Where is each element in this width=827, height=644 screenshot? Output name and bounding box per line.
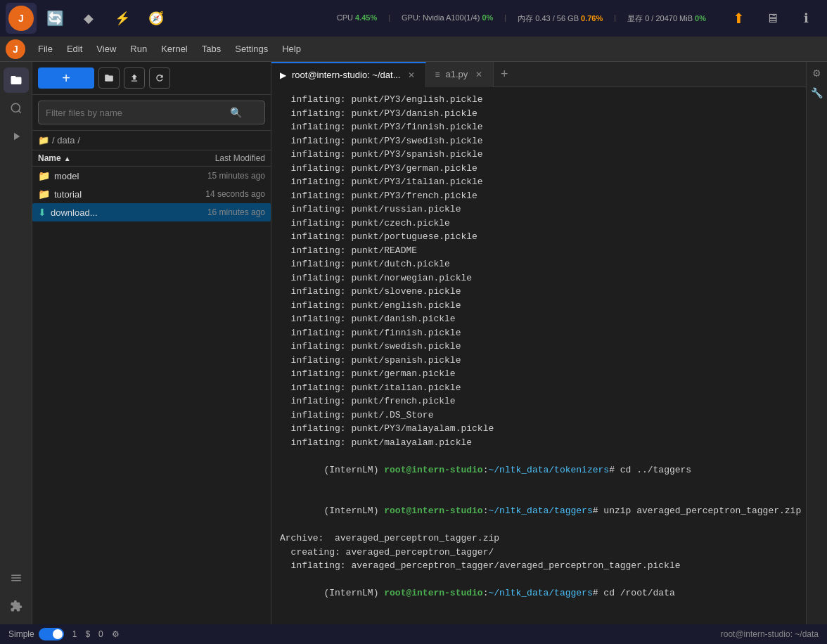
display-icon[interactable]: 🖥	[757, 3, 788, 34]
menu-tabs[interactable]: Tabs	[195, 41, 228, 57]
menu-bar: J File Edit View Run Kernel Tabs Setting…	[0, 37, 827, 62]
file-item-model[interactable]: 📁 model 15 minutes ago	[32, 167, 271, 185]
activity-bar	[0, 62, 32, 624]
activity-run[interactable]	[4, 124, 29, 149]
new-folder-button[interactable]	[98, 67, 120, 89]
file-modified-model: 15 minutes ago	[207, 171, 265, 181]
terminal-line: inflating: punkt/danish.pickle	[280, 312, 797, 326]
terminal-line: inflating: punkt/french.pickle	[280, 394, 797, 408]
menu-view[interactable]: View	[89, 41, 123, 57]
new-file-button[interactable]: +	[38, 67, 94, 89]
status-bar: Simple 1 $ 0 ⚙ root@intern-studio: ~/dat…	[0, 624, 827, 644]
refresh-button[interactable]	[149, 67, 170, 89]
col-name-header[interactable]: Name ▲	[38, 153, 215, 163]
mem-metric: 内存 0.43 / 56 GB 0.76%	[518, 13, 603, 24]
settings-gear-icon[interactable]: ⚙	[809, 65, 826, 82]
app-logo: J	[8, 6, 34, 31]
terminal-line: inflating: punkt/PY3/english.pickle	[280, 93, 797, 107]
file-name-download: download...	[51, 207, 207, 218]
tab-py-label: a1.py	[446, 69, 468, 79]
status-right: root@intern-studio: ~/data	[721, 629, 819, 639]
status-toggle-thumb	[53, 629, 63, 639]
tab-terminal[interactable]: ▶ root@intern-studio: ~/dat... ✕	[271, 62, 426, 87]
status-simple: Simple	[8, 628, 64, 640]
tf-icon[interactable]: ⬆	[723, 3, 754, 34]
menu-run[interactable]: Run	[123, 41, 154, 57]
menu-file[interactable]: File	[31, 41, 60, 57]
compass-icon[interactable]: 🧭	[141, 3, 172, 34]
terminal-line: inflating: punkt/norwegian.pickle	[280, 271, 797, 285]
terminal-area[interactable]: inflating: punkt/PY3/english.pickle infl…	[271, 87, 806, 624]
terminal-line: inflating: punkt/german.pickle	[280, 367, 797, 381]
menu-help[interactable]: Help	[275, 41, 308, 57]
file-list-header: Name ▲ Last Modified	[32, 150, 271, 167]
terminal-line: inflating: punkt/.DS_Store	[280, 408, 797, 423]
folder-icon: 📁	[38, 170, 50, 181]
terminal-line: Archive: averaged_perceptron_tagger.zip	[280, 532, 797, 546]
kernel-icon[interactable]: ◆	[73, 3, 104, 34]
terminal-line: inflating: punkt/README	[280, 244, 797, 258]
search-container: 🔍	[32, 95, 271, 131]
info-icon[interactable]: ℹ	[790, 3, 821, 34]
terminal-line: creating: averaged_perceptron_tagger/	[280, 546, 797, 560]
vram-metric: 显存 0 / 20470 MiB 0%	[627, 13, 706, 24]
tab-terminal-close[interactable]: ✕	[406, 70, 417, 81]
logo-icon[interactable]: J	[6, 3, 37, 34]
activity-folder[interactable]	[4, 67, 29, 93]
status-toggle[interactable]	[39, 628, 64, 640]
file-list: 📁 model 15 minutes ago 📁 tutorial 14 sec…	[32, 167, 271, 624]
svg-point-0	[11, 103, 20, 112]
terminal-line: inflating: punkt/english.pickle	[280, 299, 797, 313]
terminal-line: inflating: punkt/czech.pickle	[280, 217, 797, 231]
upload-button[interactable]	[124, 67, 145, 89]
tab-py-close[interactable]: ✕	[473, 69, 485, 80]
gpu-metric: GPU: Nvidia A100(1/4) 0%	[402, 13, 493, 24]
vscode-icon[interactable]: ⚡	[107, 3, 138, 34]
tabs-bar: ▶ root@intern-studio: ~/dat... ✕ ≡ a1.py…	[271, 62, 806, 87]
terminal-line: inflating: punkt/malayalam.pickle	[280, 436, 797, 450]
breadcrumb-folder-icon: 📁	[38, 135, 49, 146]
terminal-line: inflating: punkt/dutch.pickle	[280, 257, 797, 271]
col-modified-header[interactable]: Last Modified	[215, 153, 265, 163]
menu-edit[interactable]: Edit	[60, 41, 89, 57]
top-bar: J 🔄 ◆ ⚡ 🧭 CPU 4.45% | GPU: Nvidia A100(1…	[0, 0, 827, 37]
file-name-tutorial: tutorial	[54, 189, 205, 200]
download-icon: ⬇	[38, 207, 46, 218]
file-item-tutorial[interactable]: 📁 tutorial 14 seconds ago	[32, 185, 271, 203]
main-content: + 🔍 📁 / data / Name ▲	[0, 62, 827, 624]
terminal-line: inflating: punkt/PY3/danish.pickle	[280, 107, 797, 121]
terminal-line: inflating: averaged_perceptron_tagger/av…	[280, 559, 797, 573]
menu-kernel[interactable]: Kernel	[154, 41, 195, 57]
folder-icon-2: 📁	[38, 188, 50, 200]
terminal-line: inflating: punkt/finnish.pickle	[280, 326, 797, 340]
tab-py[interactable]: ≡ a1.py ✕	[426, 62, 494, 87]
breadcrumb-text: / data /	[52, 135, 80, 146]
terminal-line: inflating: punkt/russian.pickle	[280, 202, 797, 217]
terminal-line: inflating: punkt/PY3/german.pickle	[280, 162, 797, 176]
file-name-model: model	[54, 171, 207, 181]
search-input[interactable]	[46, 108, 230, 118]
right-panel: ▶ root@intern-studio: ~/dat... ✕ ≡ a1.py…	[271, 62, 806, 624]
terminal-line: inflating: punkt/PY3/french.pickle	[280, 189, 797, 203]
file-panel: + 🔍 📁 / data / Name ▲	[32, 62, 271, 624]
activity-list[interactable]	[4, 565, 29, 591]
tab-terminal-label: root@intern-studio: ~/dat...	[292, 70, 400, 80]
search-box[interactable]: 🔍	[38, 101, 265, 124]
cpu-value: 4.45%	[355, 13, 377, 22]
reload-icon[interactable]: 🔄	[39, 3, 70, 34]
status-simple-label: Simple	[8, 629, 34, 639]
menu-settings[interactable]: Settings	[228, 41, 275, 57]
tab-add-button[interactable]: +	[494, 62, 515, 87]
file-modified-download: 16 minutes ago	[207, 207, 265, 217]
terminal-line: inflating: punkt/swedish.pickle	[280, 340, 797, 354]
terminal-line: inflating: punkt/PY3/finnish.pickle	[280, 120, 797, 134]
settings-extension-icon[interactable]: 🔧	[809, 84, 826, 101]
activity-puzzle[interactable]	[4, 593, 29, 619]
file-toolbar: +	[32, 62, 271, 95]
gpu-value: 0%	[482, 13, 493, 22]
file-item-download[interactable]: ⬇ download... 16 minutes ago	[32, 203, 271, 221]
status-gear-icon[interactable]: ⚙	[112, 629, 120, 639]
activity-search[interactable]	[4, 96, 29, 121]
terminal-line: inflating: punkt/PY3/italian.pickle	[280, 175, 797, 189]
breadcrumb: 📁 / data /	[32, 131, 271, 150]
